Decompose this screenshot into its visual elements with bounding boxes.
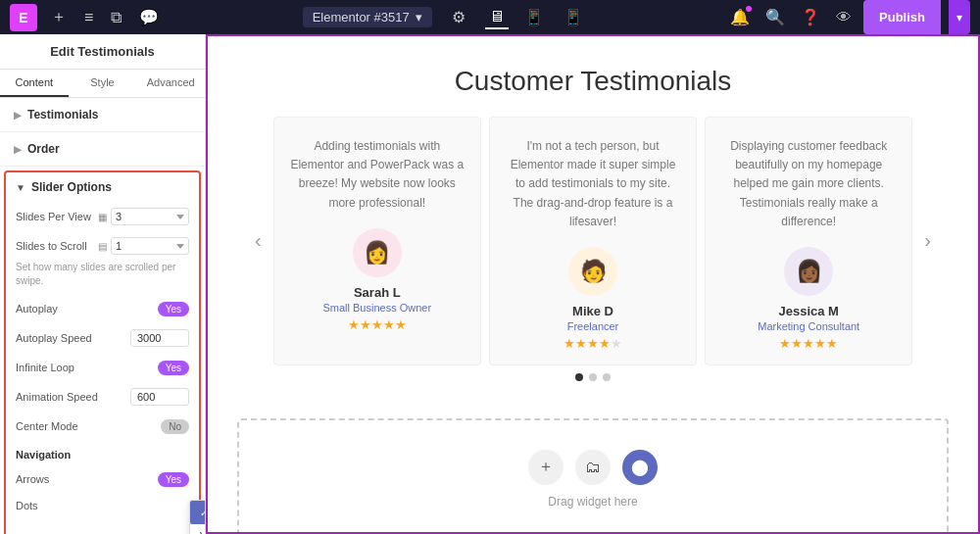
left-panel: Edit Testimonials Content Style Advanced… [0,34,206,534]
tab-style[interactable]: Style [69,70,137,97]
notifications-icon[interactable]: 🔔 [726,4,754,30]
tablet-icon[interactable]: 📱 [520,6,548,28]
author-name-1: Sarah L [290,285,465,300]
slider-options-header[interactable]: ▼ Slider Options [6,172,199,202]
scroll-icon: ▤ [98,241,107,252]
slider-options-section: ▼ Slider Options Slides Per View ▦ 3124 [4,170,201,534]
publish-dropdown-button[interactable]: ▾ [949,0,970,34]
publish-button[interactable]: Publish [863,0,941,34]
testimonials-header[interactable]: ▶ Testimonials [0,98,205,131]
carousel-next-arrow[interactable]: › [916,221,939,260]
dots-option-vertical-label: Vertical [200,530,205,534]
autoplay-speed-label: Autoplay Speed [16,332,130,344]
scroll-hint: Set how many slides are scrolled per swi… [6,261,199,294]
arrows-label: Arrows [16,473,158,485]
chevron-down-icon: ▾ [416,10,422,24]
collapse-handle[interactable]: ‹ [205,269,206,299]
preview-icon[interactable]: 👁 [832,5,856,30]
infinite-loop-row: Infinite Loop Yes [6,353,199,382]
document-title[interactable]: Elementor #3517 ▾ [303,7,432,27]
stars-3: ★★★★★ [721,336,896,351]
order-header[interactable]: ▶ Order [0,132,205,166]
dots-dropdown-menu[interactable]: ✓ Horizontal Vertical [189,500,205,534]
search-icon[interactable]: 🔍 [761,4,789,30]
center-mode-row: Center Mode No [6,412,199,441]
testimonials-area: Customer Testimonials ‹ Adding testimoni… [208,36,978,409]
check-icon: ✓ [200,508,205,518]
help-icon[interactable]: ❓ [797,4,824,30]
chevron-down-icon-2: ▼ [16,182,25,193]
topbar-right: 🔔 🔍 ❓ 👁 Publish ▾ [726,0,970,34]
carousel-items: Adding testimonials with Elementor and P… [270,117,917,365]
settings-icon[interactable]: ⚙ [448,4,469,30]
add-icon[interactable]: ＋ [47,3,71,31]
panel-title: Edit Testimonials [0,34,205,70]
slides-per-view-control: ▦ 3124 [98,208,189,225]
slides-per-view-row: Slides Per View ▦ 3124 [6,202,199,231]
panel-tabs: Content Style Advanced [0,70,205,98]
topbar-center: Elementor #3517 ▾ ⚙ 🖥 📱 📱 [172,4,716,30]
arrows-toggle[interactable]: Yes [158,472,189,487]
testimonial-card-1: Adding testimonials with Elementor and P… [273,117,481,365]
center-mode-label: Center Mode [16,420,161,432]
testimonials-carousel: ‹ Adding testimonials with Elementor and… [237,117,949,365]
chevron-right-icon: ▶ [14,110,22,121]
arrows-row: Arrows Yes [6,464,199,494]
infinite-loop-toggle[interactable]: Yes [158,361,189,375]
dots-row: Dots ✓ Horizontal Vertical [6,494,199,523]
carousel-prev-arrow[interactable]: ‹ [247,221,270,260]
avatar-3: 👩🏾 [784,247,833,296]
canvas-inner: Customer Testimonials ‹ Adding testimoni… [206,34,980,534]
tab-content[interactable]: Content [0,70,69,97]
stars-2: ★★★★★ [506,336,680,351]
selected-widget-border: Customer Testimonials ‹ Adding testimoni… [206,34,980,534]
template-button[interactable]: 🗂 [575,450,611,485]
dot-3[interactable] [603,373,611,381]
infinite-loop-label: Infinite Loop [16,362,158,373]
carousel-dots [237,365,949,389]
autoplay-speed-input[interactable] [130,329,189,347]
author-role-2: Freelancer [506,320,680,332]
testimonial-card-3: Displaying customer feedback beautifully… [705,117,912,365]
grid-icon: ▦ [98,212,107,222]
autoplay-row: Autoplay Yes [6,294,199,323]
testimonial-text-2: I'm not a tech person, but Elementor mad… [506,137,680,231]
canvas: Customer Testimonials ‹ Adding testimoni… [206,34,980,534]
elementor-logo[interactable]: E [10,4,37,31]
dot-2[interactable] [589,373,597,381]
add-widget-button[interactable]: ＋ [528,450,564,485]
author-role-1: Small Business Owner [290,302,465,314]
desktop-icon[interactable]: 🖥 [485,6,509,29]
autoplay-speed-row: Autoplay Speed [6,323,199,353]
dots-option-vertical[interactable]: Vertical [190,524,205,534]
testimonial-text-3: Displaying customer feedback beautifully… [721,137,896,231]
panel-body: ▶ Testimonials ▶ Order ▼ Slider Options [0,98,205,534]
dot-1[interactable] [575,373,583,381]
animation-speed-input[interactable] [130,388,189,406]
powerpack-button[interactable]: ⬤ [622,450,658,485]
slides-per-view-label: Slides Per View [16,211,98,222]
stars-1: ★★★★★ [290,317,465,332]
chevron-right-icon-2: ▶ [14,144,22,155]
stack-icon[interactable]: ⧉ [107,5,125,30]
drop-icons: ＋ 🗂 ⬤ [528,450,658,485]
section-title: Customer Testimonials [237,66,949,97]
layers-icon[interactable]: ≡ [80,5,97,30]
tab-advanced[interactable]: Advanced [136,70,205,97]
dots-label: Dots [16,500,189,511]
autoplay-toggle[interactable]: Yes [158,302,189,316]
avatar-1: 👩 [353,228,402,277]
device-switcher: 🖥 📱 📱 [485,6,587,29]
slides-per-view-select[interactable]: 3124 [111,208,189,225]
slides-to-scroll-control: ▤ 123 [98,237,189,255]
testimonials-section: ▶ Testimonials [0,98,205,132]
slides-to-scroll-select[interactable]: 123 [111,237,189,255]
dots-option-horizontal[interactable]: ✓ Horizontal [190,501,205,524]
mobile-icon[interactable]: 📱 [560,6,587,28]
avatar-2: 🧑 [568,247,617,296]
slides-to-scroll-row: Slides to Scroll ▤ 123 [6,231,199,261]
chat-icon[interactable]: 💬 [135,4,163,30]
navigation-label: Navigation [6,441,199,464]
autoplay-label: Autoplay [16,303,158,315]
center-mode-toggle[interactable]: No [161,419,189,434]
